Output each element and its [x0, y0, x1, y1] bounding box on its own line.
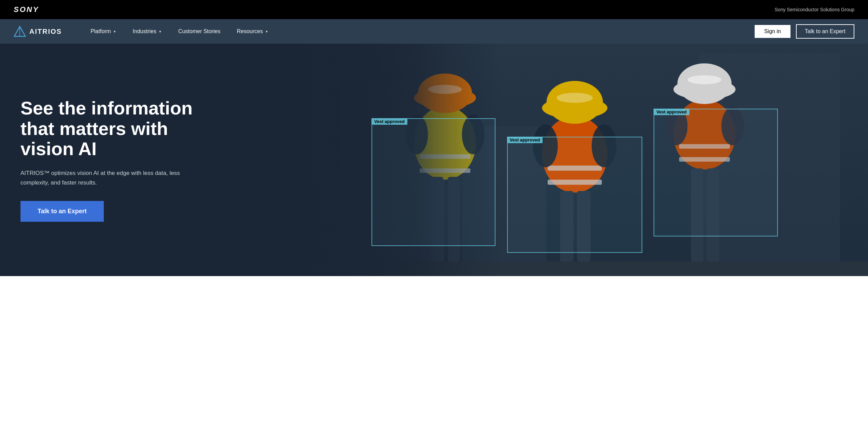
nav-links: Platform ▼ Industries ▼ Customer Stories… — [82, 19, 755, 44]
talk-to-expert-hero-button[interactable]: Talk to an Expert — [20, 201, 104, 222]
svg-point-33 — [665, 107, 687, 145]
svg-rect-31 — [679, 144, 730, 149]
signin-button[interactable]: Sign in — [755, 25, 790, 38]
hero-content: See the information that matters with vi… — [0, 78, 222, 242]
nav-item-platform[interactable]: Platform ▼ — [82, 19, 124, 44]
svg-rect-32 — [679, 157, 730, 162]
hero-subtitle: AITRIOS™ optimizes vision AI at the edge… — [20, 168, 184, 187]
aitrios-logo-icon — [14, 25, 26, 38]
svg-rect-37 — [677, 84, 732, 93]
nav-item-customer-stories[interactable]: Customer Stories — [170, 19, 229, 44]
hero-section: Vest approved Vest approved Vest approve… — [0, 44, 868, 276]
talk-to-expert-nav-button[interactable]: Talk to an Expert — [796, 24, 854, 39]
aitrios-brand[interactable]: AITRIOS — [14, 25, 62, 38]
nav-item-resources[interactable]: Resources ▼ — [228, 19, 276, 44]
nav-item-industries[interactable]: Industries ▼ — [125, 19, 170, 44]
svg-point-34 — [721, 107, 744, 145]
svg-point-38 — [687, 75, 721, 84]
svg-rect-40 — [706, 168, 719, 262]
chevron-down-icon: ▼ — [158, 30, 162, 33]
svg-point-23 — [591, 124, 616, 167]
chevron-down-icon: ▼ — [113, 30, 116, 33]
nav-bar: AITRIOS Platform ▼ Industries ▼ Customer… — [0, 19, 868, 44]
sony-logo: SONY — [14, 5, 39, 14]
svg-rect-39 — [691, 168, 703, 262]
chevron-down-icon: ▼ — [265, 30, 268, 33]
top-bar: SONY Sony Semiconductor Solutions Group — [0, 0, 868, 19]
nav-actions: Sign in Talk to an Expert — [755, 24, 854, 39]
sony-group-text: Sony Semiconductor Solutions Group — [775, 7, 854, 12]
aitrios-name: AITRIOS — [29, 28, 62, 36]
hero-title: See the information that matters with vi… — [20, 98, 201, 159]
